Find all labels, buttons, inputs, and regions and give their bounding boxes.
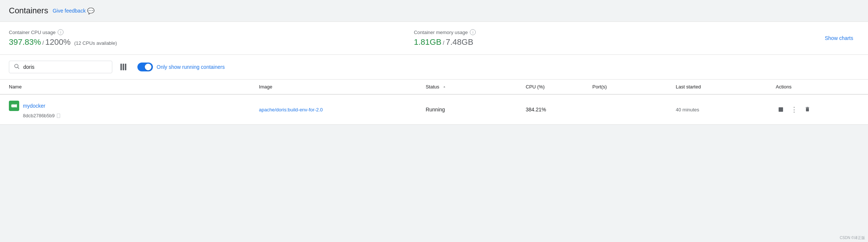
more-icon: ⋮ [791,106,797,113]
memory-metric-block: Container memory usage i 1.81GB / 7.48GB [414,29,819,47]
svg-rect-4 [13,104,14,108]
last-started-cell: 40 minutes [676,107,776,112]
svg-line-1 [18,67,19,69]
col-header-cpu: CPU (%) [526,84,592,90]
memory-separator: / [443,40,446,46]
cpu-metric-value-row: 397.83% / 1200% (12 CPUs available) [9,37,414,47]
svg-rect-8 [11,107,17,107]
stop-icon [779,107,783,112]
col-header-actions: Actions [776,84,859,90]
search-box [9,61,112,73]
last-started-value: 40 minutes [676,107,699,112]
status-sort-icon [442,85,447,89]
delete-icon [804,106,810,113]
container-name-cell: mydocker 8dcb2786b5b9 ⎕ [9,101,259,118]
toggle-container: Only show running containers [137,63,225,71]
toggle-thumb [145,64,151,70]
memory-secondary: 7.48GB [446,37,474,47]
page-container: Containers Give feedback 💬 Container CPU… [0,0,868,242]
container-id: 8dcb2786b5b9 ⎕ [23,112,259,118]
image-cell: apache/doris:build-env-for-2.0 [259,107,426,112]
actions-cell: ⋮ [776,104,859,115]
svg-point-0 [15,64,18,68]
memory-value: 1.81GB [414,37,441,47]
page-title: Containers [9,6,48,16]
image-link[interactable]: apache/doris:build-env-for-2.0 [259,107,323,112]
cpu-note: (12 CPUs available) [74,40,117,46]
toggle-label[interactable]: Only show running containers [157,64,225,70]
svg-rect-3 [12,104,13,108]
give-feedback-link[interactable]: Give feedback 💬 [52,7,95,14]
status-value: Running [426,107,445,112]
cpu-percent: 384.21% [526,107,546,112]
header-section: Containers Give feedback 💬 [0,0,868,19]
cpu-separator: / [42,40,45,46]
cpu-info-icon[interactable]: i [58,29,64,35]
memory-metric-value-row: 1.81GB / 7.48GB [414,37,819,47]
cpu-secondary: 1200% [45,37,71,47]
container-name-link[interactable]: mydocker [23,103,45,109]
memory-info-icon[interactable]: i [470,29,476,35]
col-header-status[interactable]: Status [426,84,526,90]
toggle-track [137,63,153,71]
delete-button[interactable] [802,104,813,115]
svg-rect-5 [15,104,16,108]
table-row: mydocker 8dcb2786b5b9 ⎕ apache/doris:bui… [0,95,868,125]
svg-rect-7 [11,105,17,105]
feedback-icon: 💬 [87,7,95,14]
more-actions-button[interactable]: ⋮ [789,104,799,115]
svg-rect-6 [16,104,17,108]
copy-id-icon[interactable]: ⎕ [57,112,60,118]
table-header: Name Image Status CPU (%) Port(s) Las [0,80,868,95]
give-feedback-label: Give feedback [52,8,86,14]
cpu-metric-label: Container CPU usage i [9,29,414,35]
show-charts-button[interactable]: Show charts [819,32,859,44]
col-bar-1 [120,64,122,70]
col-header-last-started: Last started [676,84,776,90]
container-icon [9,101,19,111]
memory-metric-label: Container memory usage i [414,29,819,35]
cpu-value: 397.83% [9,37,41,47]
stop-button[interactable] [776,104,786,115]
search-icon [14,63,20,71]
col-bar-2 [123,64,124,70]
watermark: CSDN ©译正版 [840,235,865,241]
controls-section: Only show running containers [0,55,868,80]
status-cell: Running [426,107,526,112]
cpu-cell: 384.21% [526,107,592,112]
col-bar-3 [125,64,126,70]
col-header-ports: Port(s) [592,84,676,90]
metrics-section: Container CPU usage i 397.83% / 1200% (1… [0,21,868,55]
cpu-metric-block: Container CPU usage i 397.83% / 1200% (1… [9,29,414,47]
search-input[interactable] [23,64,107,70]
columns-button[interactable] [118,61,129,73]
col-header-image: Image [259,84,426,90]
col-header-name: Name [9,84,259,90]
running-toggle[interactable] [137,63,153,71]
container-name-row: mydocker [9,101,259,111]
table-section: Name Image Status CPU (%) Port(s) Las [0,80,868,125]
